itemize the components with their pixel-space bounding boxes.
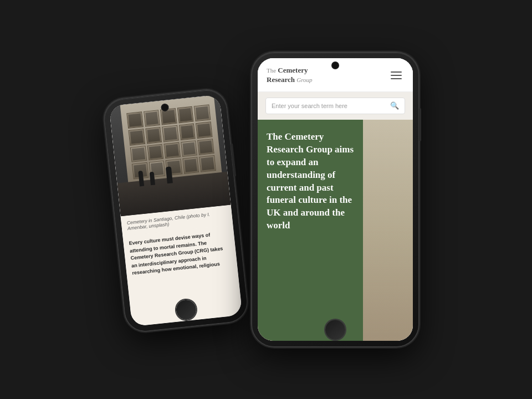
- left-phone: Cemetery in Santiago, Chile (photo by I.…: [103, 89, 249, 333]
- search-input[interactable]: Enter your search term here: [272, 103, 390, 109]
- right-phone: The Cemetery Research Group: [252, 53, 418, 346]
- search-input-wrap[interactable]: Enter your search term here 🔍: [265, 98, 405, 114]
- search-icon[interactable]: 🔍: [390, 101, 399, 110]
- hamburger-line-2: [391, 75, 402, 76]
- right-home-button[interactable]: [325, 320, 345, 340]
- hamburger-menu-button[interactable]: [388, 69, 404, 81]
- hamburger-line-1: [391, 71, 402, 73]
- logo-the: The: [267, 67, 276, 74]
- cemetery-photo: [109, 95, 231, 217]
- site-logo: The Cemetery Research Group: [267, 66, 313, 85]
- right-camera: [332, 63, 338, 68]
- hero-section: Wilford Hill Cemetery, Notting... The Ce…: [258, 120, 413, 341]
- hero-card: The Cemetery Research Group aims to expa…: [258, 120, 363, 341]
- right-phone-screen: The Cemetery Research Group: [258, 58, 413, 341]
- scene: Cemetery in Santiago, Chile (photo by I.…: [0, 0, 532, 399]
- logo-group: Group: [296, 76, 312, 83]
- search-bar: Enter your search term here 🔍: [258, 92, 413, 120]
- left-phone-screen: Cemetery in Santiago, Chile (photo by I.…: [109, 95, 243, 327]
- hamburger-line-3: [391, 78, 402, 79]
- logo-cemetery: Cemetery: [278, 66, 308, 74]
- hero-headline: The Cemetery Research Group aims to expa…: [267, 131, 354, 233]
- logo-research: Research: [267, 75, 295, 84]
